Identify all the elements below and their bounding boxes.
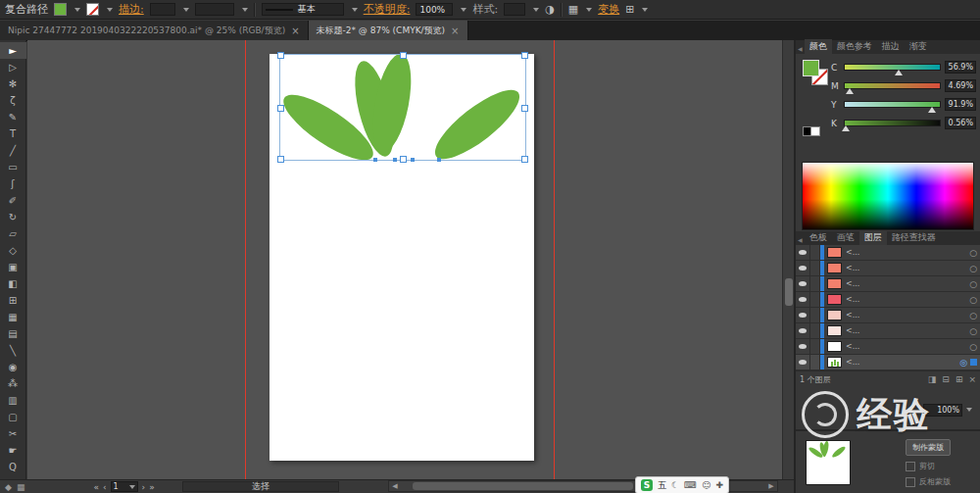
target-icon[interactable]: ○ xyxy=(969,248,977,258)
document-tab-active[interactable]: 未标题-2* @ 87% (CMYK/预览) × xyxy=(309,21,468,40)
chevron-down-icon[interactable] xyxy=(74,8,80,12)
selection-bounding-box[interactable] xyxy=(279,54,526,161)
visibility-toggle[interactable] xyxy=(796,261,810,275)
rectangle-tool[interactable]: ▭ xyxy=(0,159,26,175)
target-icon[interactable]: ○ xyxy=(969,295,977,305)
slider-value-box[interactable]: 91.9% xyxy=(945,98,976,111)
slider-value-box[interactable]: 4.69% xyxy=(945,79,976,92)
lock-cell[interactable] xyxy=(810,245,820,260)
lock-cell[interactable] xyxy=(810,339,820,354)
slider-value-box[interactable]: 56.9% xyxy=(945,61,976,74)
make-clipping-mask-icon[interactable]: ◨ xyxy=(928,374,937,384)
tab-描边[interactable]: 描边 xyxy=(877,39,905,54)
column-graph-tool[interactable]: ▥ xyxy=(0,392,26,409)
scale-tool[interactable]: ▱ xyxy=(0,225,26,242)
fill-color-swatch[interactable] xyxy=(54,3,67,16)
resize-handle[interactable] xyxy=(277,105,284,112)
perspective-grid-tool[interactable]: ⊞ xyxy=(0,292,26,309)
visibility-toggle[interactable] xyxy=(796,292,810,307)
object-thumbnail[interactable] xyxy=(806,440,851,485)
chevron-down-icon[interactable] xyxy=(461,8,466,12)
new-sublayer-icon[interactable]: ⊟ xyxy=(942,374,950,384)
layer-row[interactable]: <...○ xyxy=(796,323,980,339)
resize-handle[interactable] xyxy=(277,52,284,59)
make-mask-button[interactable]: 制作蒙版 xyxy=(906,439,951,456)
visibility-toggle[interactable] xyxy=(796,355,810,370)
scroll-left-icon[interactable]: ◀ xyxy=(389,482,401,490)
vertical-guide[interactable] xyxy=(245,40,246,479)
artboard-number-dropdown[interactable]: 1 xyxy=(111,481,138,492)
lock-cell[interactable] xyxy=(810,323,820,338)
opacity-link[interactable]: 不透明度: xyxy=(364,2,411,17)
color-spectrum[interactable] xyxy=(802,162,974,230)
scroll-right-icon[interactable]: ▶ xyxy=(765,482,777,490)
tab-路径查找器[interactable]: 路径查找器 xyxy=(887,230,941,245)
slider-value-box[interactable]: 0.56% xyxy=(945,117,976,129)
layer-name[interactable]: <... xyxy=(846,326,969,335)
next-artboard-icon[interactable]: › xyxy=(142,482,146,492)
layer-row[interactable]: <...○ xyxy=(796,261,980,276)
checkbox-icon[interactable] xyxy=(906,462,915,471)
visibility-toggle[interactable] xyxy=(796,323,810,338)
line-segment-tool[interactable]: ╱ xyxy=(0,142,26,159)
target-icon[interactable]: ○ xyxy=(969,279,977,289)
recolor-artwork-icon[interactable]: ◑ xyxy=(545,4,555,15)
lock-cell[interactable] xyxy=(810,292,820,307)
collapse-dock-icon[interactable]: ◀ xyxy=(796,45,805,54)
layer-name[interactable]: <... xyxy=(846,295,969,304)
eyedropper-tool[interactable]: ╲ xyxy=(0,342,26,359)
variable-width-dropdown[interactable] xyxy=(195,3,234,16)
layer-row[interactable]: <...○ xyxy=(796,308,980,323)
delete-layer-icon[interactable]: × xyxy=(968,374,976,384)
anchor-point[interactable] xyxy=(393,158,397,162)
slider-handle[interactable] xyxy=(846,88,854,94)
checkbox-icon[interactable] xyxy=(906,477,915,487)
pencil-tool[interactable]: ✐ xyxy=(0,192,26,209)
target-icon[interactable]: ◎ xyxy=(959,358,967,368)
resize-handle[interactable] xyxy=(400,156,407,163)
resize-handle[interactable] xyxy=(400,52,407,59)
emoji-icon[interactable]: ☺ xyxy=(702,480,710,490)
transform-link[interactable]: 变换 xyxy=(598,2,619,17)
sogou-logo-icon[interactable]: S xyxy=(641,479,653,491)
lasso-tool[interactable]: ζ xyxy=(0,92,26,109)
align-options-icon[interactable]: ▦ xyxy=(568,4,578,15)
visibility-toggle[interactable] xyxy=(796,308,810,322)
previous-artboard-icon[interactable]: ‹ xyxy=(103,482,107,492)
slider-handle[interactable] xyxy=(842,125,850,131)
layer-row[interactable]: <...◎ xyxy=(796,355,980,370)
mesh-tool[interactable]: ▦ xyxy=(0,309,26,325)
chevron-down-icon[interactable] xyxy=(183,8,189,12)
rotate-tool[interactable]: ↻ xyxy=(0,209,26,225)
layer-name[interactable]: <... xyxy=(846,311,969,320)
visibility-toggle[interactable] xyxy=(796,245,810,260)
night-mode-icon[interactable]: ☾ xyxy=(671,480,679,490)
new-layer-icon[interactable]: ⊞ xyxy=(956,374,963,384)
vertical-guide[interactable] xyxy=(554,40,555,479)
slider-track[interactable] xyxy=(844,120,941,126)
resize-handle[interactable] xyxy=(521,156,528,163)
transparency-opacity-box[interactable]: 100% xyxy=(923,404,962,417)
visibility-toggle[interactable] xyxy=(796,339,810,354)
shape-builder-tool[interactable]: ◧ xyxy=(0,275,26,292)
lock-cell[interactable] xyxy=(810,355,820,370)
layer-name[interactable]: <... xyxy=(846,358,959,367)
artboard-tool[interactable]: ▢ xyxy=(0,409,26,425)
anchor-point[interactable] xyxy=(373,158,377,162)
canvas[interactable] xyxy=(27,40,794,479)
fill-swatch[interactable] xyxy=(803,60,819,76)
target-icon[interactable]: ○ xyxy=(969,326,977,336)
layer-row[interactable]: <...○ xyxy=(796,292,980,308)
collapse-dock-icon[interactable]: ◀ xyxy=(796,236,805,245)
keyboard-icon[interactable]: ⌨ xyxy=(684,480,697,490)
layer-name[interactable]: <... xyxy=(846,248,969,257)
gradient-tool[interactable]: ▤ xyxy=(0,325,26,342)
layer-row[interactable]: <...○ xyxy=(796,339,980,355)
layer-name[interactable]: <... xyxy=(846,279,969,288)
resize-handle[interactable] xyxy=(521,105,528,112)
anchor-point[interactable] xyxy=(411,158,415,162)
tab-渐变[interactable]: 渐变 xyxy=(905,39,932,54)
brush-definition-dropdown[interactable]: 基本 xyxy=(262,3,344,16)
target-icon[interactable]: ○ xyxy=(969,311,977,320)
chevron-down-icon[interactable] xyxy=(533,8,539,12)
